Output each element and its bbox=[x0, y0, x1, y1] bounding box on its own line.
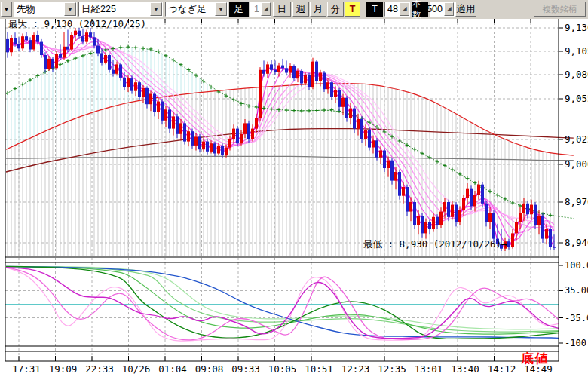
svg-text:09:33: 09:33 bbox=[231, 363, 260, 375]
bar-interval-value: 1 bbox=[254, 4, 261, 14]
svg-text:22:33: 22:33 bbox=[85, 363, 114, 375]
chart-type-dropdown[interactable]: つなぎ足 ▼ bbox=[165, 2, 228, 17]
chevron-down-icon[interactable]: ▼ bbox=[215, 2, 227, 16]
svg-text:9,105: 9,105 bbox=[565, 45, 588, 57]
spinner-icon[interactable]: ◢ bbox=[400, 2, 409, 16]
svg-text:13:01: 13:01 bbox=[415, 363, 443, 375]
svg-text:12:23: 12:23 bbox=[341, 363, 370, 375]
chevron-down-icon[interactable]: ▼ bbox=[64, 2, 76, 16]
svg-text:8,970: 8,970 bbox=[565, 196, 588, 207]
moving-average-lines bbox=[6, 84, 574, 173]
period-week-button[interactable]: 週 bbox=[292, 2, 309, 17]
bar-count-value: 500 bbox=[427, 4, 444, 14]
svg-text:10:51: 10:51 bbox=[305, 363, 333, 375]
time-axis-labels: 17:3119:0922:3310/2601:0409:0809:3310:05… bbox=[12, 363, 553, 375]
chevron-down-icon: ▼ bbox=[4, 6, 10, 13]
stripes-layer bbox=[8, 47, 554, 256]
svg-text:01:04: 01:04 bbox=[158, 363, 187, 375]
svg-text:10:05: 10:05 bbox=[268, 363, 297, 375]
market-dropdown-value: 先物 bbox=[17, 3, 35, 16]
svg-text:9,000: 9,000 bbox=[565, 158, 588, 170]
gridlines bbox=[5, 18, 559, 361]
svg-text:10/26: 10/26 bbox=[122, 363, 151, 375]
svg-text:100.0: 100.0 bbox=[565, 260, 588, 271]
svg-text:13:40: 13:40 bbox=[451, 363, 479, 375]
svg-text:8,940: 8,940 bbox=[565, 237, 588, 248]
svg-text:09:08: 09:08 bbox=[195, 363, 224, 375]
chart-type-dropdown-value: つなぎ足 bbox=[168, 3, 207, 16]
bar-interval-stepper[interactable]: 1 ◢ bbox=[250, 2, 271, 17]
chart-area[interactable]: 9,1309,1059,0809,0559,0259,0008,9708,940… bbox=[0, 0, 588, 377]
bar-count-stepper[interactable]: 500 ◢ bbox=[430, 2, 455, 17]
oscillator-panel bbox=[5, 267, 559, 342]
max-price-annotation: 最大 : 9,130 (2012/10/25) bbox=[8, 18, 146, 31]
svg-text:17:31: 17:31 bbox=[12, 363, 41, 375]
ma-band-lines bbox=[8, 33, 554, 247]
spinner-icon[interactable]: ◢ bbox=[261, 2, 271, 16]
period-month-button[interactable]: 月 bbox=[310, 2, 326, 17]
mini-dropdown-button[interactable]: ▼ bbox=[1, 2, 12, 17]
bottom-price-label: 底値 bbox=[521, 350, 550, 367]
bar-count-label: 本数 bbox=[412, 2, 428, 17]
price-oscillator-chart[interactable]: 9,1309,1059,0809,0559,0259,0008,9708,940… bbox=[0, 0, 588, 377]
tick-count-value: 48 bbox=[387, 4, 400, 14]
tick-mode-toggle[interactable]: T bbox=[345, 2, 360, 17]
period-minute-button[interactable]: 分 bbox=[327, 2, 344, 17]
toolbar: ▼ 先物 ▼ 日経225 ▼ つなぎ足 ▼ 足 1 ◢ 日 週 月 分 T T … bbox=[0, 0, 588, 19]
chevron-down-icon[interactable]: ▼ bbox=[150, 2, 162, 16]
symbol-dropdown-value: 日経225 bbox=[81, 3, 116, 16]
chart-application-window: 9,1309,1059,0809,0559,0259,0008,9708,940… bbox=[0, 0, 588, 377]
spinner-icon[interactable]: ◢ bbox=[444, 2, 454, 16]
svg-text:12:35: 12:35 bbox=[378, 363, 406, 375]
tick-count-stepper[interactable]: 48 ◢ bbox=[384, 2, 410, 17]
svg-text:19:09: 19:09 bbox=[49, 363, 78, 375]
period-day-button[interactable]: 日 bbox=[273, 2, 291, 17]
tick-label: T bbox=[366, 2, 383, 17]
market-dropdown[interactable]: 先物 ▼ bbox=[14, 2, 77, 17]
bar-mode-button[interactable]: 足 bbox=[229, 2, 249, 17]
axes-and-borders: 9,1309,1059,0809,0559,0259,0008,9708,940… bbox=[5, 18, 588, 361]
svg-text:9,025: 9,025 bbox=[565, 133, 588, 145]
svg-text:-100.0: -100.0 bbox=[565, 338, 588, 348]
svg-text:9,130: 9,130 bbox=[565, 22, 588, 33]
svg-text:9,055: 9,055 bbox=[565, 93, 588, 104]
min-price-annotation: 最低 : 8,930 (2012/10/26)→ bbox=[363, 238, 507, 251]
apply-button[interactable]: 適用 bbox=[455, 2, 476, 17]
svg-text:9,080: 9,080 bbox=[565, 69, 588, 80]
svg-text:14:12: 14:12 bbox=[488, 363, 516, 375]
multi-symbol-button[interactable]: 複数銘柄 bbox=[534, 2, 586, 17]
symbol-dropdown[interactable]: 日経225 ▼ bbox=[78, 2, 163, 17]
svg-text:35.00: 35.00 bbox=[565, 285, 588, 296]
svg-text:-35.0: -35.0 bbox=[565, 313, 588, 323]
